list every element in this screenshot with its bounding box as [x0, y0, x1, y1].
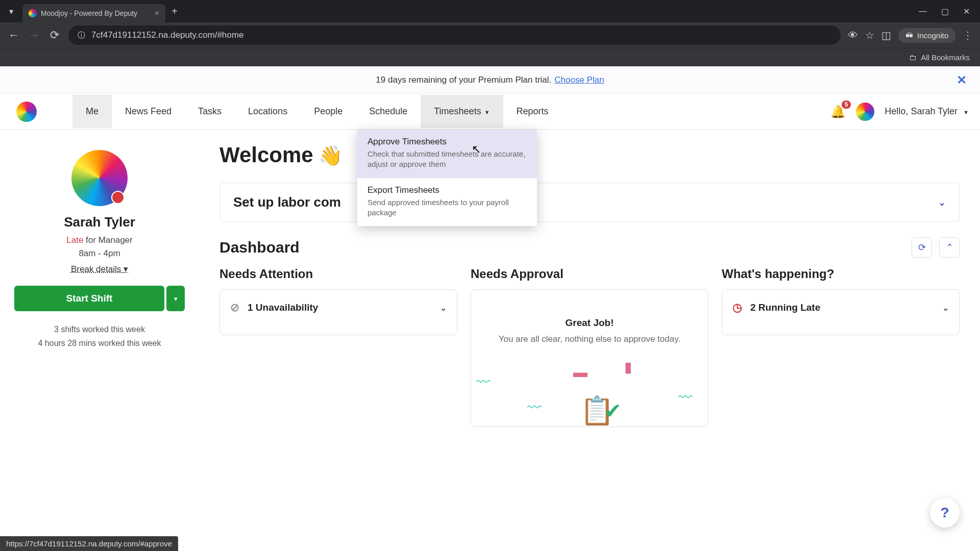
sidepanel-icon[interactable]: ◫: [881, 29, 891, 41]
site-info-icon[interactable]: ⓘ: [78, 31, 85, 40]
card-label: 1 Unavailability: [248, 302, 318, 313]
nav-locations[interactable]: Locations: [235, 95, 301, 128]
browser-status-bar: https://7cf47d19112152.na.deputy.com/#ap…: [0, 536, 178, 551]
refresh-button[interactable]: ⟳: [912, 237, 932, 258]
main-area: Welcome👋 Set up labor com ⌄ Dashboard ⟳ …: [199, 130, 980, 551]
great-job-heading: Great Job!: [481, 317, 698, 329]
dropdown-export-timesheets[interactable]: Export Timesheets Send approved timeshee…: [357, 178, 537, 227]
dropdown-item-desc: Send approved timesheets to your payroll…: [368, 197, 527, 218]
maximize-button[interactable]: ▢: [941, 7, 949, 16]
forward-button[interactable]: →: [28, 29, 41, 42]
browser-toolbar: ← → ⟳ ⓘ 7cf47d19112152.na.deputy.com/#ho…: [0, 22, 980, 48]
nav-me[interactable]: Me: [72, 95, 112, 128]
profile-sidebar: Sarah Tyler Late for Manager 8am - 4pm B…: [0, 130, 199, 551]
dropdown-item-title: Approve Timesheets: [368, 137, 527, 147]
chevron-down-icon: ▼: [963, 109, 969, 115]
needs-attention-column: Needs Attention ⊘ 1 Unavailability ⌄: [219, 267, 457, 427]
url-bar[interactable]: ⓘ 7cf47d19112152.na.deputy.com/#home: [68, 26, 841, 45]
greeting-text: Hello, Sarah Tyler: [885, 106, 958, 116]
window-controls: — ▢ ✕: [919, 7, 976, 16]
timesheets-dropdown: Approve Timesheets Check that submitted …: [357, 130, 537, 226]
reload-button[interactable]: ⟳: [48, 29, 61, 42]
banner-text: 19 days remaining of your Premium Plan t…: [376, 75, 551, 85]
app-logo[interactable]: [16, 102, 37, 122]
nav-items: Me News Feed Tasks Locations People Sche…: [72, 95, 562, 128]
browser-menu-button[interactable]: ⋮: [963, 29, 973, 41]
nav-schedule[interactable]: Schedule: [356, 95, 421, 128]
choose-plan-link[interactable]: Choose Plan: [554, 75, 604, 85]
help-button[interactable]: ?: [930, 498, 960, 528]
welcome-text: Welcome: [219, 143, 313, 167]
eye-off-icon[interactable]: 👁: [848, 30, 858, 41]
notifications-button[interactable]: 🔔5: [830, 105, 846, 119]
nav-reports[interactable]: Reports: [503, 95, 562, 128]
favicon-icon: [29, 9, 37, 17]
new-tab-button[interactable]: +: [172, 6, 178, 17]
browser-tab[interactable]: Moodjoy - Powered By Deputy ×: [22, 4, 165, 22]
dropdown-approve-timesheets[interactable]: Approve Timesheets Check that submitted …: [357, 130, 537, 178]
profile-hours: 8am - 4pm: [14, 248, 185, 259]
incognito-icon: 🕶: [905, 31, 913, 40]
all-bookmarks-button[interactable]: All Bookmarks: [921, 53, 970, 62]
status-role: for Manager: [83, 235, 132, 245]
cursor-icon: ↖: [472, 143, 481, 156]
notification-badge: 5: [842, 101, 851, 109]
profile-avatar[interactable]: [71, 150, 128, 206]
incognito-label: Incognito: [917, 31, 948, 40]
start-shift-button[interactable]: Start Shift: [14, 286, 164, 311]
late-label: Late: [66, 235, 83, 245]
dashboard-title: Dashboard: [219, 239, 300, 256]
dropdown-item-title: Export Timesheets: [368, 185, 527, 195]
start-shift-menu-button[interactable]: [166, 286, 185, 311]
card-row: ◷ 2 Running Late ⌄: [732, 301, 949, 314]
running-late-card[interactable]: ◷ 2 Running Late ⌄: [722, 289, 960, 335]
dashboard-header: Dashboard ⟳ ⌃: [219, 237, 960, 258]
prohibit-icon: ⊘: [230, 301, 239, 314]
chevron-down-icon: ▾: [124, 264, 128, 274]
trial-banner: 19 days remaining of your Premium Plan t…: [0, 66, 980, 94]
star-icon[interactable]: ☆: [865, 29, 874, 41]
dropdown-item-desc: Check that submitted timesheets are accu…: [368, 149, 527, 170]
nav-news-feed[interactable]: News Feed: [112, 95, 185, 128]
close-icon[interactable]: ×: [155, 9, 159, 18]
nav-tasks[interactable]: Tasks: [185, 95, 235, 128]
setup-labor-card[interactable]: Set up labor com ⌄: [219, 183, 960, 222]
unavailability-card[interactable]: ⊘ 1 Unavailability ⌄: [219, 289, 457, 335]
folder-icon: 🗀: [909, 53, 917, 62]
nav-timesheets-label: Timesheets: [434, 106, 481, 116]
break-details-label: Break details: [71, 264, 121, 274]
tab-search-button[interactable]: ▾: [4, 4, 18, 18]
profile-name: Sarah Tyler: [14, 214, 185, 230]
nav-people[interactable]: People: [301, 95, 356, 128]
dashboard-columns: Needs Attention ⊘ 1 Unavailability ⌄ Nee…: [219, 267, 960, 427]
great-job-sub: You are all clear, nothing else to appro…: [481, 333, 698, 346]
user-menu[interactable]: Hello, Sarah Tyler ▼: [885, 106, 969, 117]
collapse-button[interactable]: ⌃: [939, 237, 960, 258]
shift-button-row: Start Shift: [14, 286, 185, 311]
whats-happening-column: What's happening? ◷ 2 Running Late ⌄: [722, 267, 960, 427]
card-label: 2 Running Late: [750, 302, 820, 313]
break-details-link[interactable]: Break details ▾: [71, 264, 128, 274]
browser-chrome: ▾ Moodjoy - Powered By Deputy × + — ▢ ✕ …: [0, 0, 980, 66]
setup-title: Set up labor com: [233, 194, 341, 210]
column-title: What's happening?: [722, 267, 960, 281]
column-title: Needs Approval: [471, 267, 708, 281]
minimize-button[interactable]: —: [919, 7, 927, 16]
profile-status: Late for Manager: [14, 235, 185, 245]
nav-right: 🔔5 Hello, Sarah Tyler ▼: [830, 103, 969, 121]
stat-shifts: 3 shifts worked this week: [14, 322, 185, 336]
url-text: 7cf47d19112152.na.deputy.com/#home: [91, 30, 243, 40]
shift-stats: 3 shifts worked this week 4 hours 28 min…: [14, 322, 185, 350]
confetti-illustration: 〰 〰 ▬ ▮ 〰 📋 ✔: [471, 355, 708, 427]
bookmarks-bar: 🗀 All Bookmarks: [0, 48, 980, 66]
nav-timesheets[interactable]: Timesheets▼: [421, 95, 503, 128]
incognito-badge[interactable]: 🕶 Incognito: [898, 28, 955, 43]
card-row: ⊘ 1 Unavailability ⌄: [230, 301, 447, 314]
back-button[interactable]: ←: [7, 29, 20, 42]
stat-hours: 4 hours 28 mins worked this week: [14, 336, 185, 350]
banner-close-icon[interactable]: ✕: [957, 73, 967, 87]
avatar[interactable]: [856, 103, 874, 121]
close-window-button[interactable]: ✕: [963, 7, 970, 16]
tab-strip: ▾ Moodjoy - Powered By Deputy × + — ▢ ✕: [0, 0, 980, 22]
clock-icon: ◷: [732, 301, 742, 314]
